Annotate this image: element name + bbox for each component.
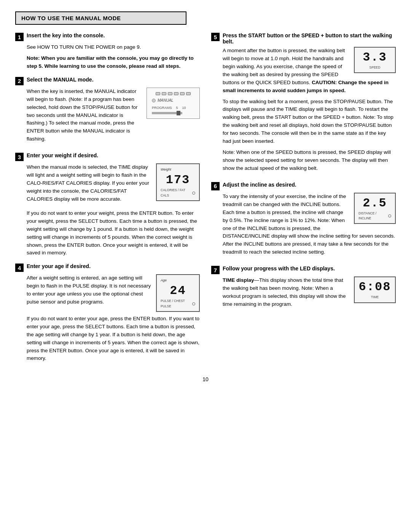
step-6-heading: 6 Adjust the incline as desired.	[211, 182, 396, 190]
step-5-p3: Note: When one of the SPEED buttons is p…	[223, 149, 396, 173]
step-1-heading: 1 Insert the key into the console.	[15, 32, 200, 41]
step-7-heading: 7 Follow your progress with the LED disp…	[211, 265, 396, 274]
step-4: 4 Enter your age if desired. After a wei…	[15, 263, 200, 363]
speed-bottom-label: SPEED	[358, 65, 391, 70]
step-1-p2: Note: When you are familiar with the con…	[27, 54, 200, 70]
distance-dot	[388, 214, 391, 217]
step-2-text: When the key is inserted, the MANUAL ind…	[27, 88, 142, 146]
step-5: 5 Press the START button or the SPEED + …	[211, 32, 396, 176]
step-6: 6 Adjust the incline as desired. 2.5 DIS…	[211, 182, 396, 259]
step-1: 1 Insert the key into the console. See H…	[15, 32, 200, 70]
step-3-p1: When the manual mode is selected, the TI…	[27, 163, 151, 203]
distance-display: 2.5 DISTANCE / INCLINE	[354, 193, 396, 224]
step-5-p2: To stop the walking belt for a moment, p…	[223, 98, 396, 146]
right-column: 5 Press the START button or the SPEED + …	[211, 32, 396, 369]
manual-label: Manual	[158, 97, 174, 104]
step-1-p1: See HOW TO TURN ON THE POWER on page 9.	[27, 43, 200, 51]
step-7-title: Follow your progress with the LED displa…	[223, 265, 335, 272]
manual-panel-display: Manual Programs 5 10	[147, 88, 200, 119]
step-2-p1: When the key is inserted, the MANUAL ind…	[27, 88, 142, 143]
step-6-number: 6	[211, 182, 220, 190]
programs-row: Programs 5 10	[152, 105, 194, 111]
time-display-label: TIME display	[223, 277, 254, 283]
step-2-title: Select the MANUAL mode.	[27, 77, 94, 83]
step-7-number: 7	[211, 266, 220, 274]
age-digits: 24	[161, 284, 195, 297]
prog-num-5: 5	[176, 105, 178, 111]
step-1-note-bold: Note: When you are familiar with the con…	[27, 55, 194, 69]
time-digits: 6:08	[358, 280, 391, 294]
distance-bottom-label: DISTANCE / INCLINE	[358, 211, 391, 221]
main-columns: 1 Insert the key into the console. See H…	[15, 32, 396, 369]
step-3-title: Enter your weight if desired.	[27, 152, 98, 158]
left-column: 1 Insert the key into the console. See H…	[15, 32, 200, 369]
page-number: 10	[15, 376, 396, 382]
step-4-title: Enter your age if desired.	[27, 263, 91, 269]
weight-top-label: Weight	[161, 167, 195, 173]
step-2-inline: When the key is inserted, the MANUAL ind…	[27, 88, 200, 146]
step-5-heading: 5 Press the START button or the SPEED + …	[211, 32, 396, 45]
distance-digits: 2.5	[358, 197, 391, 210]
speed-digits: 3.3	[358, 51, 391, 64]
speed-display: 3.3 SPEED	[354, 47, 396, 73]
page-header-title: HOW TO USE THE MANUAL MODE	[21, 15, 121, 21]
step-2: 2 Select the MANUAL mode. When the key i…	[15, 77, 200, 146]
step-3-text-part1: When the manual mode is selected, the TI…	[27, 163, 151, 206]
step-3-heading: 3 Enter your weight if desired.	[15, 152, 200, 161]
step-5-body: 3.3 SPEED A moment after the button is p…	[223, 47, 396, 176]
step-1-body: See HOW TO TURN ON THE POWER on page 9. …	[27, 43, 200, 70]
step-3-body: When the manual mode is selected, the TI…	[27, 163, 200, 257]
manual-indicator-row: Manual	[152, 97, 194, 104]
step-2-body: When the key is inserted, the MANUAL ind…	[27, 88, 200, 146]
weight-bottom-label: CALORIES / FAT CALS	[161, 188, 195, 198]
step-5-number: 5	[211, 33, 220, 41]
step-4-text-part1: After a weight setting is entered, an ag…	[27, 274, 151, 309]
step-4-number: 4	[15, 264, 24, 272]
step-3-inline: When the manual mode is selected, the TI…	[27, 163, 200, 206]
age-display: Age 24 PULSE / CHEST PULSE	[156, 274, 200, 312]
weight-dot	[192, 192, 195, 195]
step-1-title: Insert the key into the console.	[27, 32, 105, 38]
step-4-heading: 4 Enter your age if desired.	[15, 263, 200, 272]
step-7: 7 Follow your progress with the LED disp…	[211, 265, 396, 312]
weight-digits: 173	[161, 173, 195, 187]
step-6-title: Adjust the incline as desired.	[223, 182, 296, 188]
weight-display: Weight 173 CALORIES / FAT CALS	[156, 163, 200, 201]
step-3: 3 Enter your weight if desired. When the…	[15, 152, 200, 257]
step-4-inline: After a weight setting is entered, an ag…	[27, 274, 200, 312]
age-dot	[192, 302, 195, 305]
step-2-heading: 2 Select the MANUAL mode.	[15, 77, 200, 85]
programs-label: Programs	[152, 105, 172, 111]
prog-num-10: 10	[182, 105, 186, 111]
manual-led	[152, 99, 156, 102]
step-1-number: 1	[15, 33, 24, 41]
step-4-p2: If you do not want to enter your age, pr…	[27, 315, 200, 363]
page-header-box: HOW TO USE THE MANUAL MODE	[15, 11, 186, 25]
step-4-p1: After a weight setting is entered, an ag…	[27, 274, 151, 306]
step-6-body: 2.5 DISTANCE / INCLINE To vary the inten…	[223, 193, 396, 259]
step-4-body: After a weight setting is entered, an ag…	[27, 274, 200, 363]
step-2-number: 2	[15, 77, 24, 85]
step-3-number: 3	[15, 153, 24, 161]
age-bottom-label: PULSE / CHEST PULSE	[161, 299, 195, 308]
step-3-p2: If you do not want to enter your weight,…	[27, 209, 200, 257]
age-top-label: Age	[161, 278, 195, 283]
page-container: HOW TO USE THE MANUAL MODE 1 Insert the …	[15, 11, 396, 382]
time-bottom-label: TIME	[358, 295, 391, 300]
caution-label: CAUTION: Change the speed in small incre…	[223, 80, 389, 93]
step-7-body: 6:08 TIME TIME display—This display show…	[223, 276, 396, 312]
step-5-title: Press the START button or the SPEED + bu…	[223, 32, 396, 45]
time-display: 6:08 TIME	[354, 276, 396, 303]
